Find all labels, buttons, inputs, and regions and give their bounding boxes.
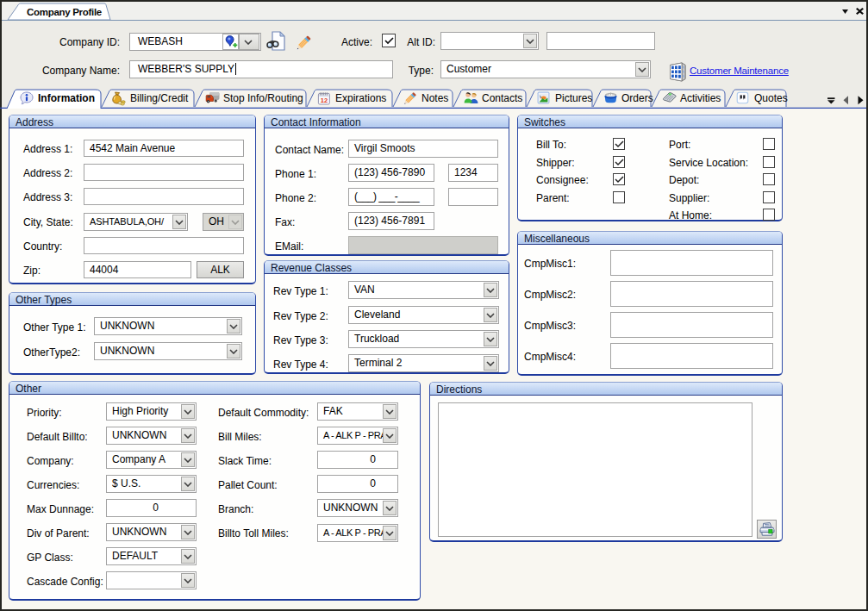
svg-text:12: 12 <box>321 97 328 104</box>
